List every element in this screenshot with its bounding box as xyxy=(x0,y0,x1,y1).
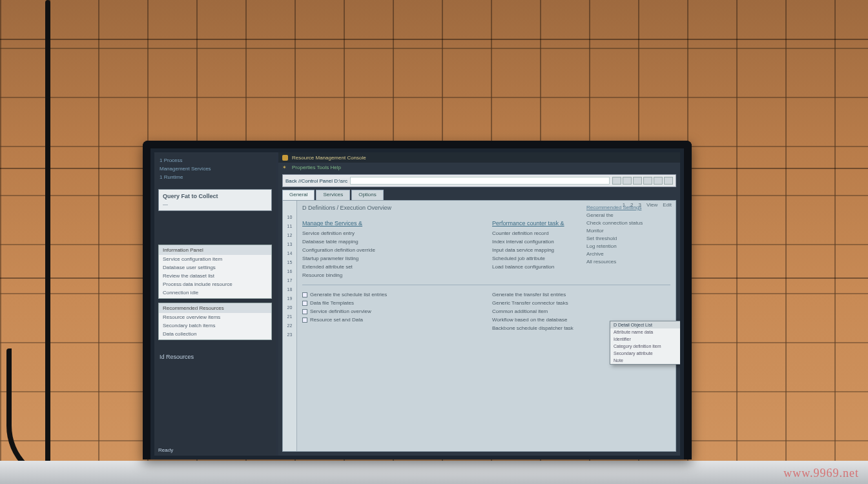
list-item[interactable]: Generate the transfer list entries xyxy=(492,290,670,299)
right-panel-row[interactable]: Set threshold xyxy=(586,236,670,241)
popup-row[interactable]: Attribute name data xyxy=(610,328,680,336)
popup-title: D Detail Object List xyxy=(610,321,680,328)
card-row[interactable]: Connection idle xyxy=(159,288,271,297)
right-panel-row[interactable]: General the xyxy=(586,212,670,218)
tab-general[interactable]: General xyxy=(282,190,315,200)
popup-row[interactable]: Note xyxy=(610,357,680,364)
card-row[interactable]: Database user settings xyxy=(159,263,271,272)
list-item[interactable]: Resource binding xyxy=(302,271,480,279)
right-panel-title: Recommended Settings xyxy=(586,205,670,210)
statusbar-text: Ready xyxy=(158,447,173,453)
address-label: Back //Control Panel D:\src xyxy=(285,178,347,184)
sidebar-top-line[interactable]: 1 Process xyxy=(160,156,271,165)
right-panel-row[interactable]: Monitor xyxy=(586,228,670,234)
sidebar-card-info: Information Panel Service configuration … xyxy=(158,245,272,299)
card-title: Information Panel xyxy=(159,245,271,255)
popup-row[interactable]: Category definition item xyxy=(610,343,680,350)
card-row[interactable]: Resource overview items xyxy=(159,313,271,321)
right-panel-row[interactable]: Log retention xyxy=(586,243,670,249)
menu-items[interactable]: Properties Tools Help xyxy=(292,165,341,170)
toolbar-button[interactable] xyxy=(612,177,621,185)
line-number-gutter: 10 11 12 13 14 15 16 17 18 19 20 21 22 2… xyxy=(283,201,297,451)
card-row[interactable]: Service configuration item xyxy=(159,255,271,263)
toolbar-button[interactable] xyxy=(654,177,663,185)
query-box-subtitle: — xyxy=(163,201,267,207)
toolbar-button[interactable] xyxy=(633,177,642,185)
sidebar-query-box: Query Fat to Collect — xyxy=(158,189,272,211)
screen: 1 Process Management Services 1 Runtime … xyxy=(154,152,680,456)
tab-services[interactable]: Services xyxy=(316,190,350,200)
checkbox-icon[interactable] xyxy=(302,318,307,323)
window-titlebar: Resource Management Console xyxy=(278,152,680,163)
card-row[interactable]: Review the dataset list xyxy=(159,272,271,280)
address-input[interactable] xyxy=(350,177,610,185)
menu-bar: ✶ Properties Tools Help xyxy=(278,163,680,172)
watermark-text: www.9969.net xyxy=(783,467,859,480)
list-item[interactable]: Resource set and Data xyxy=(302,316,480,324)
list-item[interactable]: Service definition entry xyxy=(302,229,480,237)
window-title: Resource Management Console xyxy=(292,155,366,161)
left-sidebar: 1 Process Management Services 1 Runtime … xyxy=(154,152,276,456)
card-row[interactable]: Secondary batch items xyxy=(159,321,271,330)
desk-surface xyxy=(0,461,868,484)
list-item[interactable]: Data file Templates xyxy=(302,299,480,307)
checkbox-icon[interactable] xyxy=(302,309,307,314)
sidebar-top-line[interactable]: 1 Runtime xyxy=(160,173,271,181)
app-icon xyxy=(282,155,288,161)
main-pane: Resource Management Console ✶ Properties… xyxy=(278,152,680,456)
popup-detail-list: D Detail Object List Attribute name data… xyxy=(610,321,680,365)
popup-row[interactable]: Identifier xyxy=(610,336,680,343)
tab-bar: General Services Options xyxy=(282,190,676,200)
list-item[interactable]: Generic Transfer connector tasks xyxy=(492,299,670,307)
popup-row[interactable]: Secondary attribute xyxy=(610,350,680,357)
sidebar-card-recommended: Recommended Resources Resource overview … xyxy=(158,303,272,340)
toolbar-button[interactable] xyxy=(623,177,632,185)
tab-options[interactable]: Options xyxy=(351,190,384,200)
card-title: Recommended Resources xyxy=(159,303,271,313)
toolbar-button[interactable] xyxy=(664,177,673,185)
list-item[interactable]: Service definition overview xyxy=(302,307,480,316)
toolbar-button[interactable] xyxy=(643,177,652,185)
list-item[interactable]: Startup parameter listing xyxy=(302,254,480,263)
address-bar: Back //Control Panel D:\src xyxy=(282,174,676,187)
content-area: 10 11 12 13 14 15 16 17 18 19 20 21 22 2… xyxy=(282,200,676,452)
card-row[interactable]: Data collection xyxy=(159,330,271,338)
list-item[interactable]: Generate the schedule list entries xyxy=(302,290,480,299)
card-row[interactable]: Process data include resource xyxy=(159,280,271,288)
query-box-title: Query Fat to Collect xyxy=(163,193,267,199)
list-item[interactable]: Configuration definition override xyxy=(302,246,480,254)
right-panel-row[interactable]: Check connection status xyxy=(586,220,670,226)
list-item[interactable]: Common additional item xyxy=(492,307,670,316)
sidebar-top-line[interactable]: Management Services xyxy=(160,165,271,173)
list-item[interactable]: Extended attribute set xyxy=(302,263,480,271)
sidebar-footer-label: Id Resources xyxy=(154,352,276,362)
monitor-frame: 1 Process Management Services 1 Runtime … xyxy=(143,141,692,459)
checkbox-icon[interactable] xyxy=(302,292,307,297)
list-item[interactable]: Database table mapping xyxy=(302,237,480,246)
checkbox-icon[interactable] xyxy=(302,301,307,306)
right-panel-row[interactable]: Archive xyxy=(586,251,670,257)
right-panel: Recommended Settings General the Check c… xyxy=(586,205,670,265)
right-panel-row[interactable]: All resources xyxy=(586,259,670,265)
section-heading: Manage the Services & xyxy=(302,220,480,227)
